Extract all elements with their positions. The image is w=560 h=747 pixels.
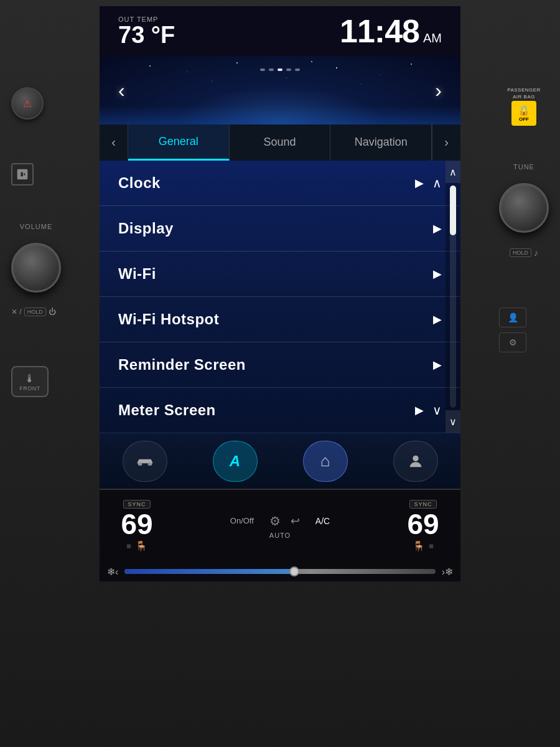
volume-label: VOLUME: [11, 223, 61, 230]
ac-button[interactable]: A/C: [310, 513, 335, 529]
nav-user-button[interactable]: [393, 441, 438, 482]
right-btn-2[interactable]: ⚙: [499, 332, 526, 352]
wifi-arrow-icon: ▶: [433, 267, 442, 281]
volume-knob[interactable]: [11, 243, 61, 293]
meter-collapse-icon[interactable]: ∨: [432, 403, 442, 418]
main-screen: OUT TEMP 73 °F 11:48 AM: [100, 6, 460, 581]
settings-item-reminder[interactable]: Reminder Screen ▶: [100, 342, 460, 388]
settings-item-clock[interactable]: Clock ▶ ∧: [100, 161, 460, 206]
tab-sound[interactable]: Sound: [230, 125, 331, 161]
tab-prev-button[interactable]: ‹: [100, 125, 128, 161]
left-side-controls: ⚠ VOLUME ✕ / HOLD ⏻ 🌡 FRONT: [11, 87, 61, 397]
nav-car-button[interactable]: [123, 441, 167, 482]
right-sync-badge: SYNC: [409, 500, 436, 509]
svg-point-2: [413, 455, 418, 461]
scroll-track[interactable]: [450, 186, 456, 408]
climate-top-bar: SYNC 69 ≡ 🪑 On/Off ⚙ ↩ A/C AUTO: [100, 490, 460, 562]
clock-right-controls: ▶ ∧: [415, 176, 442, 190]
right-temp-value: 69: [407, 509, 439, 540]
clock-time: 11:48: [340, 12, 419, 50]
wifi-hotspot-arrow-icon: ▶: [433, 312, 442, 326]
tune-label: TUNE: [499, 163, 549, 171]
clock-display: 11:48 AM: [340, 12, 442, 50]
display-right-controls: ▶: [433, 222, 442, 235]
front-defroster-button[interactable]: 🌡 FRONT: [11, 366, 49, 397]
wifi-label: Wi-Fi: [118, 265, 156, 283]
bottom-navigation: A ⌂: [100, 433, 460, 489]
tab-next-button[interactable]: ›: [432, 125, 460, 161]
airbag-label-passenger: PASSENGER: [507, 87, 541, 93]
temperature-display: OUT TEMP 73 °F: [118, 16, 175, 47]
wifi-hotspot-right-controls: ▶: [433, 312, 442, 326]
airbag-off-icon: 🔒 OFF: [511, 101, 536, 126]
settings-item-wifi-hotspot[interactable]: Wi-Fi Hotspot ▶: [100, 297, 460, 342]
right-btn-1[interactable]: 👤: [499, 308, 526, 327]
climate-buttons-row: On/Off ⚙ ↩ A/C: [225, 513, 335, 529]
scroll-up-button[interactable]: ∧: [446, 161, 460, 183]
reminder-label: Reminder Screen: [118, 356, 246, 374]
status-bar: OUT TEMP 73 °F 11:48 AM: [100, 6, 460, 56]
left-temp-zone: SYNC 69 ≡ 🪑: [100, 495, 174, 557]
svg-point-1: [147, 462, 151, 465]
fan-speed-row: ❄‹ ›❄: [100, 562, 460, 581]
on-off-button[interactable]: On/Off: [225, 513, 259, 529]
temperature-value: 73 °F: [118, 23, 175, 47]
right-temp-zone: SYNC 69 🪑 ≡: [386, 495, 460, 557]
left-temp-value: 69: [121, 509, 152, 540]
tune-knob[interactable]: [499, 183, 549, 233]
clock-expand-icon[interactable]: ∧: [432, 176, 442, 190]
clock-label: Clock: [118, 174, 161, 192]
auto-label: AUTO: [269, 532, 291, 539]
left-sync-badge: SYNC: [123, 500, 150, 509]
wifi-right-controls: ▶: [433, 267, 442, 281]
fan-slider-track[interactable]: [124, 569, 435, 574]
settings-item-meter[interactable]: Meter Screen ▶ ∨: [100, 388, 460, 433]
tab-general[interactable]: General: [128, 125, 230, 161]
nfc-icon: [11, 163, 34, 186]
car-panel: ⚠ VOLUME ✕ / HOLD ⏻ 🌡 FRONT PASSENGER AI…: [0, 0, 560, 747]
next-arrow[interactable]: ›: [429, 73, 448, 108]
tab-navigation[interactable]: Navigation: [330, 125, 432, 161]
nav-home-button[interactable]: ⌂: [303, 441, 348, 482]
settings-item-wifi[interactable]: Wi-Fi ▶: [100, 251, 460, 297]
scroll-thumb[interactable]: [450, 186, 456, 235]
climate-center-controls: On/Off ⚙ ↩ A/C AUTO: [174, 513, 386, 539]
meter-right-controls: ▶ ∨: [415, 403, 442, 418]
starfield-banner: ‹ ›: [100, 56, 460, 125]
scrollbar: ∧ ∨: [446, 161, 460, 433]
reminder-arrow-icon: ▶: [433, 358, 442, 372]
reminder-right-controls: ▶: [433, 358, 442, 372]
prev-arrow[interactable]: ‹: [112, 73, 131, 108]
clock-arrow-icon: ▶: [415, 176, 424, 190]
settings-item-display[interactable]: Display ▶: [100, 206, 460, 251]
climate-control: SYNC 69 ≡ 🪑 On/Off ⚙ ↩ A/C AUTO: [100, 489, 460, 581]
fan-icon: ⚙: [269, 514, 281, 529]
main-content: Clock ▶ ∧ Display ▶ Wi-Fi ▶: [100, 161, 460, 433]
recirculate-icon: ↩: [291, 514, 300, 528]
scroll-down-button[interactable]: ∨: [446, 410, 460, 433]
meter-label: Meter Screen: [118, 402, 216, 419]
right-side-controls: PASSENGER AIR BAG 🔒 OFF TUNE HOLD ♪ 👤 ⚙: [499, 87, 549, 352]
nav-android-auto-button[interactable]: A: [213, 441, 258, 482]
settings-list: Clock ▶ ∧ Display ▶ Wi-Fi ▶: [100, 161, 460, 433]
tab-bar: ‹ General Sound Navigation ›: [100, 125, 460, 161]
airbag-indicator: PASSENGER AIR BAG 🔒 OFF: [499, 87, 549, 126]
display-arrow-icon: ▶: [433, 222, 442, 235]
hazard-button[interactable]: ⚠: [11, 87, 44, 120]
fan-fast-icon: ›❄: [442, 566, 453, 578]
wifi-hotspot-label: Wi-Fi Hotspot: [118, 311, 219, 328]
meter-arrow-icon: ▶: [415, 403, 424, 417]
airbag-label-airbag: AIR BAG: [513, 94, 535, 100]
svg-point-0: [139, 462, 142, 465]
clock-ampm: AM: [423, 31, 442, 45]
fan-slow-icon: ❄‹: [107, 566, 118, 578]
display-label: Display: [118, 220, 174, 237]
